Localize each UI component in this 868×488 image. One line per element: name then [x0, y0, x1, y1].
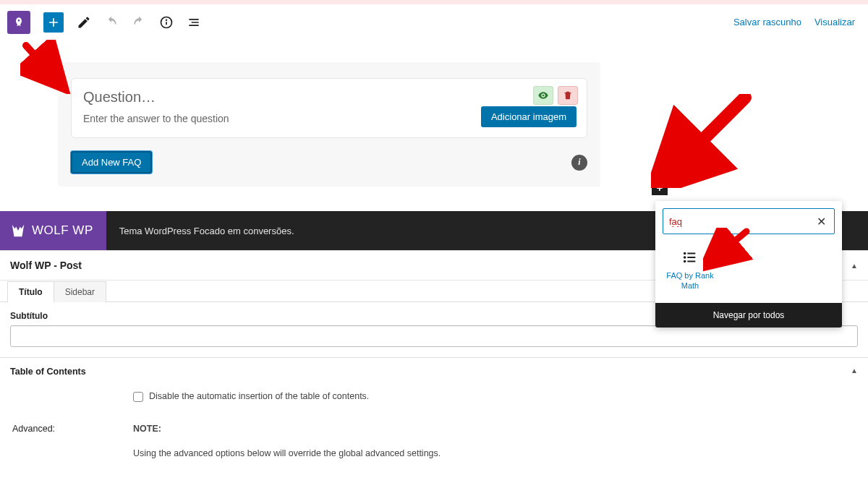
trash-icon: [563, 90, 573, 100]
wolf-brand-text: WOLF WP: [32, 223, 93, 238]
inserter-search-input[interactable]: [669, 216, 814, 227]
wolf-tagline: Tema WordPress Focado em conversões.: [106, 226, 294, 236]
tab-sidebar[interactable]: Sidebar: [54, 281, 106, 302]
faq-question-input[interactable]: Question…: [83, 89, 575, 106]
advanced-label: Advanced:: [10, 424, 133, 458]
tab-titulo[interactable]: Título: [7, 281, 54, 302]
toc-title: Table of Contents: [10, 367, 86, 377]
info-icon: [159, 15, 174, 30]
faq-item-card: Question… Enter the answer to the questi…: [71, 78, 587, 138]
block-item-label: FAQ by Rank Math: [661, 270, 719, 291]
redo-icon: [132, 15, 146, 30]
add-image-button[interactable]: Adicionar imagem: [481, 106, 576, 127]
metabox-title: Wolf WP - Post: [10, 260, 82, 271]
plus-icon: [46, 15, 61, 30]
undo-icon: [104, 15, 119, 30]
editor-canvas: Question… Enter the answer to the questi…: [0, 40, 868, 187]
svg-point-2: [166, 20, 167, 20]
subtitulo-input[interactable]: [10, 325, 858, 347]
save-draft-link[interactable]: Salvar rascunho: [733, 17, 801, 27]
faq-visibility-button[interactable]: [533, 86, 553, 105]
svg-point-7: [684, 257, 686, 258]
rocket-icon: [13, 17, 25, 28]
wolf-wp-logo-area: WOLF WP: [0, 211, 106, 250]
browse-all-button[interactable]: Navegar por todos: [655, 303, 842, 328]
eye-icon: [537, 90, 549, 101]
block-item-faq-rankmath[interactable]: FAQ by Rank Math: [661, 247, 719, 291]
toc-disable-label: Disable the automatic insertion of the t…: [149, 391, 369, 401]
inserter-clear-button[interactable]: ✕: [814, 215, 828, 228]
editor-toolbar: Salvar rascunho Visualizar: [0, 4, 868, 40]
faq-list-icon: [682, 249, 698, 265]
toc-metabox: Table of Contents ▲ Disable the automati…: [0, 357, 868, 471]
preview-link[interactable]: Visualizar: [814, 17, 855, 27]
list-icon: [187, 15, 201, 30]
caret-up-icon: ▲: [851, 367, 858, 377]
toc-disable-row: Disable the automatic insertion of the t…: [10, 391, 858, 402]
add-new-faq-button[interactable]: Add New FAQ: [71, 151, 152, 174]
caret-up-icon: ▲: [851, 262, 858, 270]
pencil-icon: [77, 15, 91, 30]
faq-block[interactable]: Question… Enter the answer to the questi…: [58, 62, 600, 187]
svg-point-8: [684, 261, 686, 262]
toc-header[interactable]: Table of Contents ▲: [0, 358, 868, 385]
inserter-search-field[interactable]: ✕: [663, 208, 835, 234]
undo-button[interactable]: [103, 14, 120, 31]
advanced-note-text: Using the advanced options below will ov…: [133, 448, 441, 458]
edit-tool-button[interactable]: [75, 14, 93, 31]
wolf-icon: [10, 223, 26, 239]
info-button[interactable]: [158, 14, 175, 31]
redo-button[interactable]: [130, 14, 148, 31]
outline-button[interactable]: [185, 14, 203, 31]
svg-point-6: [684, 253, 686, 254]
block-inserter-popover: ✕ FAQ by Rank Math Navegar por todos: [655, 201, 842, 328]
site-logo-button[interactable]: [7, 11, 30, 34]
faq-info-button[interactable]: i: [571, 155, 587, 171]
faq-delete-button[interactable]: [558, 86, 578, 105]
toc-disable-checkbox[interactable]: [133, 392, 143, 402]
advanced-note-label: NOTE:: [133, 424, 441, 434]
inline-inserter-button[interactable]: +: [652, 179, 668, 195]
add-block-button[interactable]: [43, 12, 64, 33]
